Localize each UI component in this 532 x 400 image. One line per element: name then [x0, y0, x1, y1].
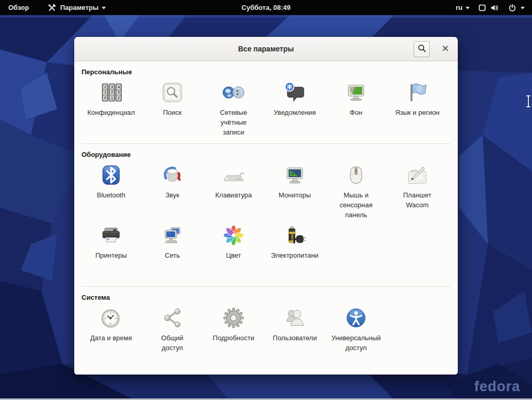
power-icon: POWER [282, 223, 307, 248]
notifications-icon [282, 80, 307, 105]
settings-item-users[interactable]: Пользователи [264, 304, 325, 365]
settings-item-label: Bluetooth [82, 191, 140, 201]
clock-button[interactable]: Суббота, 08:49 [236, 0, 295, 15]
sharing-icon [160, 305, 185, 330]
settings-item-label: Мониторы [266, 191, 324, 201]
keyboard-layout-indicator[interactable]: ru [451, 0, 475, 15]
settings-item-label: Звук [143, 191, 201, 201]
settings-item-keyboard[interactable]: Клавиатура [203, 162, 264, 222]
settings-item-label: Сетевые учётные записи [204, 108, 263, 138]
keyboard-layout-label: ru [456, 4, 462, 11]
settings-item-label: Электропитани [266, 251, 324, 261]
close-button[interactable] [438, 42, 452, 56]
app-menu-button[interactable]: Параметры [42, 0, 111, 15]
settings-item-universal-access[interactable]: Универсальный доступ [325, 304, 387, 365]
users-icon [282, 305, 307, 330]
settings-item-label: Уведомления [266, 108, 324, 118]
settings-item-label: Сеть [143, 251, 201, 261]
ibeam-cursor [526, 95, 531, 110]
settings-item-date-time[interactable]: Дата и время [80, 304, 142, 365]
date-time-icon [99, 305, 124, 330]
section-separator [81, 286, 451, 287]
display-icon[interactable] [477, 3, 487, 13]
settings-item-online-accounts[interactable]: Сетевые учётные записи [203, 79, 264, 139]
mouse-touchpad-icon [344, 163, 369, 188]
window-title: Все параметры [74, 37, 458, 61]
settings-item-label: Клавиатура [204, 191, 263, 201]
settings-item-label: Пользователи [266, 334, 324, 343]
search-icon [417, 44, 427, 55]
privacy-icon: 210321432 [99, 80, 124, 105]
svg-text:2: 2 [118, 96, 120, 100]
settings-item-label: Принтеры [82, 251, 140, 261]
settings-item-power[interactable]: POWERЭлектропитани [264, 222, 325, 282]
settings-item-label: Мышь и сенсорная панель [327, 191, 385, 220]
activities-button[interactable]: Обзор [3, 0, 34, 15]
network-icon [160, 223, 185, 248]
settings-item-label: Конфиденциал [82, 108, 140, 118]
bluetooth-icon [99, 163, 124, 188]
settings-item-wacom-tablet[interactable]: Планшет Wacom [387, 162, 448, 222]
section-2: СистемаДата и времяОбщий доступПодробнос… [80, 294, 452, 365]
section-1: ОборудованиеBluetoothЗвукКлавиатураМонит… [80, 151, 452, 282]
settings-item-privacy[interactable]: 210321432Конфиденциал [80, 79, 142, 139]
settings-item-region-language[interactable]: Язык и регион [387, 79, 448, 139]
svg-text:4: 4 [118, 85, 120, 89]
settings-item-search[interactable]: Поиск [142, 79, 203, 139]
region-language-icon [405, 80, 430, 105]
power-icon [507, 3, 517, 13]
settings-item-background[interactable]: Фон [325, 79, 387, 139]
keyboard-icon [221, 163, 246, 188]
settings-item-network[interactable]: Сеть [142, 222, 203, 282]
top-bar: Обзор Параметры Суббота, 08:49 ru [0, 0, 532, 15]
settings-grid: Персональные210321432КонфиденциалПоискСе… [74, 68, 458, 365]
app-menu-label: Параметры [60, 4, 99, 11]
settings-item-notifications[interactable]: Уведомления [264, 79, 325, 139]
settings-item-label: Дата и время [82, 334, 140, 343]
settings-item-details[interactable]: Подробности [203, 304, 264, 365]
color-icon [221, 223, 246, 248]
displays-icon [282, 163, 307, 188]
settings-item-label: Цвет [204, 251, 263, 261]
settings-item-sharing[interactable]: Общий доступ [142, 304, 203, 365]
svg-text:POWER: POWER [291, 233, 294, 242]
all-settings-window: Все параметры Персональные210321432Конфи… [74, 37, 458, 375]
clock-label: Суббота, 08:49 [241, 4, 290, 11]
settings-item-label: Универсальный доступ [327, 334, 385, 353]
settings-item-label: Поиск [143, 108, 201, 118]
chevron-down-icon [102, 7, 106, 9]
section-title: Персональные [81, 68, 452, 76]
search-button[interactable] [414, 41, 430, 57]
settings-item-color[interactable]: Цвет [203, 222, 264, 282]
printers-icon [99, 223, 124, 248]
section-separator [81, 143, 451, 144]
settings-item-label: Подробности [204, 334, 263, 343]
activities-label: Обзор [8, 4, 29, 11]
svg-text:2: 2 [104, 85, 106, 89]
settings-item-label: Язык и регион [388, 108, 446, 118]
settings-item-label: Общий доступ [143, 334, 201, 353]
search-app-icon [160, 80, 185, 105]
system-menu-button[interactable] [502, 0, 530, 15]
fedora-watermark: fedora [474, 379, 521, 394]
window-header[interactable]: Все параметры [74, 37, 458, 61]
settings-item-displays[interactable]: Мониторы [264, 162, 325, 222]
settings-item-printers[interactable]: Принтеры [80, 222, 142, 282]
svg-text:3: 3 [111, 85, 113, 89]
svg-text:2: 2 [111, 90, 113, 94]
wacom-tablet-icon [405, 163, 430, 188]
settings-item-sound[interactable]: Звук [142, 162, 203, 222]
volume-icon[interactable] [489, 3, 500, 13]
svg-text:1: 1 [104, 90, 106, 94]
tools-icon [47, 3, 57, 13]
close-icon [442, 45, 449, 54]
background-icon [344, 80, 369, 105]
section-title: Оборудование [81, 151, 452, 158]
section-0: Персональные210321432КонфиденциалПоискСе… [80, 68, 452, 139]
chevron-down-icon [521, 7, 525, 9]
svg-text:0: 0 [104, 96, 106, 100]
settings-item-bluetooth[interactable]: Bluetooth [80, 162, 142, 222]
settings-item-mouse-touchpad[interactable]: Мышь и сенсорная панель [325, 162, 387, 222]
universal-access-icon [344, 305, 369, 330]
svg-text:1: 1 [111, 96, 113, 100]
